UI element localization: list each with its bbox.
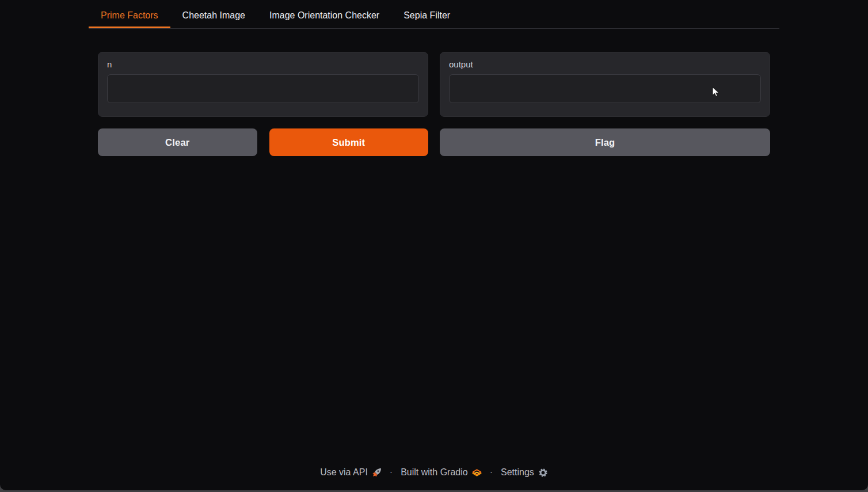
use-via-api-label: Use via API	[320, 467, 368, 478]
gradio-logo-icon	[472, 468, 482, 478]
use-via-api-link[interactable]: Use via API	[320, 467, 382, 478]
submit-button[interactable]: Submit	[269, 128, 429, 156]
n-field-label: n	[107, 59, 419, 69]
footer-separator: ·	[488, 467, 495, 478]
n-input[interactable]	[107, 74, 419, 103]
gear-icon	[538, 468, 548, 478]
clear-button[interactable]: Clear	[98, 128, 257, 156]
tab-sepia-filter[interactable]: Sepia Filter	[391, 4, 462, 28]
tab-image-orientation-checker[interactable]: Image Orientation Checker	[257, 4, 391, 28]
input-panel-n: n	[98, 52, 428, 117]
output-textbox[interactable]	[449, 74, 761, 103]
settings-label: Settings	[501, 467, 534, 478]
flag-button[interactable]: Flag	[440, 128, 770, 156]
tab-cheetah-image[interactable]: Cheetah Image	[170, 4, 257, 28]
output-field-label: output	[449, 59, 761, 69]
tab-panel-prime-factors: n output Clear Submit Flag	[89, 52, 779, 156]
gradio-app-window: Prime Factors Cheetah Image Image Orient…	[0, 0, 868, 490]
rocket-icon	[372, 468, 382, 478]
output-panel: output	[440, 52, 770, 117]
footer-separator: ·	[387, 467, 395, 478]
built-with-gradio-link[interactable]: Built with Gradio	[401, 467, 482, 478]
tab-prime-factors[interactable]: Prime Factors	[89, 4, 170, 28]
settings-link[interactable]: Settings	[501, 467, 548, 478]
footer: Use via API · Built with Gradio · Settin…	[0, 467, 868, 490]
built-with-gradio-label: Built with Gradio	[401, 467, 468, 478]
tab-bar: Prime Factors Cheetah Image Image Orient…	[89, 0, 779, 29]
